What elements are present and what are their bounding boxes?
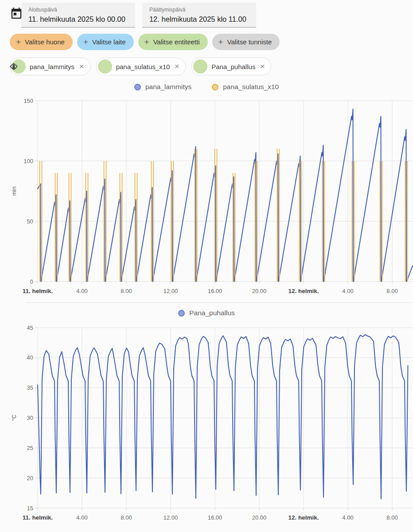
svg-text:8.00: 8.00 xyxy=(386,288,397,294)
close-icon[interactable]: ✕ xyxy=(79,63,84,70)
filter-label: Valitse tunniste xyxy=(227,38,272,46)
entity-chip-pana-lammitys[interactable]: pana_lammitys ✕ xyxy=(10,58,90,75)
svg-text:12.00: 12.00 xyxy=(164,514,178,521)
svg-text:15: 15 xyxy=(27,505,33,512)
close-icon[interactable]: ✕ xyxy=(174,63,179,70)
svg-text:11. helmik.: 11. helmik. xyxy=(23,288,53,294)
end-date-value: 12. helmikuuta 2025 klo 11.00 xyxy=(149,15,246,23)
svg-text:°C: °C xyxy=(11,415,17,421)
legend-dot xyxy=(212,84,218,90)
plus-icon: + xyxy=(83,37,88,47)
legend-dot xyxy=(178,310,185,317)
legend-item-pana-puhallus[interactable]: Pana_puhallus xyxy=(178,309,235,317)
legend-item-pana-lammitys[interactable]: pana_lammitys xyxy=(134,83,191,91)
chart2-legend: Pana_puhallus xyxy=(0,309,413,317)
legend-item-pana-sulatus[interactable]: pana_sulatus_x10 xyxy=(212,83,279,91)
svg-text:45: 45 xyxy=(27,325,33,331)
svg-text:4.00: 4.00 xyxy=(76,288,87,294)
entity-chip-pana-puhallus[interactable]: Pana_puhallus ✕ xyxy=(191,58,271,75)
svg-text:20: 20 xyxy=(27,475,33,481)
filter-label: Valitse laite xyxy=(92,38,126,46)
thermometer-icon xyxy=(193,59,207,74)
start-date-field[interactable]: Aloituspäivä 11. helmikuuta 2025 klo 00.… xyxy=(21,3,135,27)
svg-text:8.00: 8.00 xyxy=(386,514,397,521)
svg-text:40: 40 xyxy=(27,354,33,361)
entity-chip-pana-sulatus[interactable]: pana_sulatus_x10 ✕ xyxy=(96,58,186,75)
start-date-label: Aloituspäivä xyxy=(28,7,125,13)
select-label-button[interactable]: + Valitse tunniste xyxy=(212,34,280,50)
svg-text:4.00: 4.00 xyxy=(342,288,353,294)
history-page: Aloituspäivä 11. helmikuuta 2025 klo 00.… xyxy=(0,0,413,532)
select-area-button[interactable]: + Valitse huone xyxy=(10,34,73,50)
entity-chip-row: pana_lammitys ✕ pana_sulatus_x10 ✕ Pana_… xyxy=(10,58,271,75)
start-date-value: 11. helmikuuta 2025 klo 00.00 xyxy=(28,15,125,23)
history-chart-temperature[interactable]: 11. helmik.4.008.0012.0016.0020.0012. he… xyxy=(0,321,413,532)
svg-text:8.00: 8.00 xyxy=(121,514,132,521)
divider xyxy=(25,302,412,303)
svg-text:12.00: 12.00 xyxy=(164,288,178,294)
svg-text:12. helmik.: 12. helmik. xyxy=(288,288,319,294)
svg-text:30: 30 xyxy=(27,415,33,421)
svg-text:20.00: 20.00 xyxy=(252,514,267,521)
svg-text:150: 150 xyxy=(23,98,33,104)
select-device-button[interactable]: + Valitse laite xyxy=(77,34,134,50)
legend-dot xyxy=(134,84,141,90)
svg-text:0: 0 xyxy=(30,278,33,285)
plus-icon: + xyxy=(16,37,21,47)
svg-text:4.00: 4.00 xyxy=(342,514,353,521)
legend-label: pana_sulatus_x10 xyxy=(223,83,279,91)
svg-text:25: 25 xyxy=(27,445,33,451)
end-date-field[interactable]: Päättymispäivä 12. helmikuuta 2025 klo 1… xyxy=(142,3,256,27)
svg-text:12. helmik.: 12. helmik. xyxy=(288,514,319,521)
svg-text:8.00: 8.00 xyxy=(121,288,132,294)
svg-text:4.00: 4.00 xyxy=(76,514,87,521)
svg-text:16.00: 16.00 xyxy=(208,288,222,294)
svg-text:50: 50 xyxy=(27,218,33,225)
select-entity-button[interactable]: + Valitse entiteetti xyxy=(138,34,208,50)
legend-label: pana_lammitys xyxy=(145,83,191,91)
svg-text:16.00: 16.00 xyxy=(208,514,222,521)
entity-chip-label: Pana_puhallus xyxy=(211,63,255,70)
entity-chip-label: pana_lammitys xyxy=(30,63,74,70)
svg-text:35: 35 xyxy=(27,384,33,391)
svg-text:11. helmik.: 11. helmik. xyxy=(23,514,53,521)
end-date-label: Päättymispäivä xyxy=(149,7,246,13)
legend-label: Pana_puhallus xyxy=(189,309,235,317)
svg-text:100: 100 xyxy=(23,158,33,164)
eye-icon xyxy=(98,59,112,74)
svg-text:min: min xyxy=(11,187,17,196)
entity-chip-label: pana_sulatus_x10 xyxy=(116,63,170,70)
plus-icon: + xyxy=(218,37,223,47)
plus-icon: + xyxy=(144,37,149,47)
svg-text:20.00: 20.00 xyxy=(252,288,267,294)
close-icon[interactable]: ✕ xyxy=(260,63,265,70)
filter-row: + Valitse huone + Valitse laite + Valits… xyxy=(10,34,280,50)
filter-label: Valitse entiteetti xyxy=(153,38,200,46)
chart1-legend: pana_lammitys pana_sulatus_x10 xyxy=(0,83,413,91)
filter-label: Valitse huone xyxy=(25,38,65,46)
history-chart-minutes[interactable]: 11. helmik.4.008.0012.0016.0020.0012. he… xyxy=(0,93,413,301)
date-range-row: Aloituspäivä 11. helmikuuta 2025 klo 00.… xyxy=(10,3,263,27)
